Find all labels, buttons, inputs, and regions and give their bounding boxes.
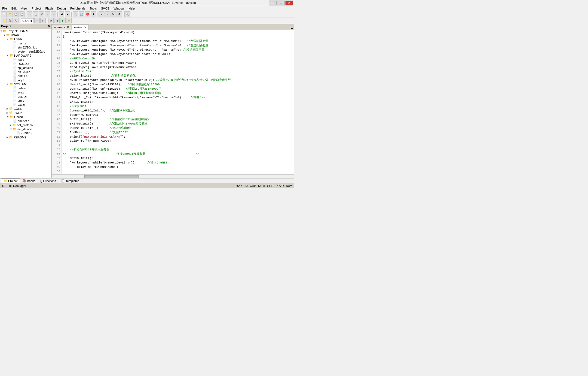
tree-item[interactable]: 📄system_stm32f10x.c [0,49,51,53]
tree-item[interactable]: ▼📂USART [0,33,51,37]
tree-item[interactable]: 📄RC522.c [0,62,51,66]
tree-item[interactable]: ▼📂OneNET [0,115,51,119]
code-line: Usart2_Init("kw-num">115200); //串口2，驱动SI… [63,87,293,91]
horizontal-scrollbar[interactable] [52,174,294,178]
cut-btn[interactable]: ✂ [27,11,32,17]
menu-item-help[interactable]: Help [127,7,136,10]
tree-item[interactable]: 📄stm32f10x_it.c [0,45,51,49]
redo-btn[interactable]: ↪ [51,11,56,17]
debug-btn[interactable]: ● [99,11,104,17]
tab-close-btn[interactable]: ✕ [67,26,69,29]
zoom-btn[interactable]: 🔍 [124,11,130,17]
restore-button[interactable]: ❐ [277,1,285,5]
back-btn[interactable]: ◀ [59,11,64,17]
settings-btn[interactable]: ⚙ [48,18,54,23]
copy-btn[interactable]: 📋 [33,11,38,17]
paste-btn[interactable]: 📌 [39,11,44,17]
menu-item-flash[interactable]: Flash [44,7,54,10]
code-editor: 2829303132333435363738394041424344454647… [52,30,294,174]
usart-check-btn[interactable]: ✔ [34,18,40,23]
minimize-button[interactable]: — [269,1,277,5]
menu-item-peripherals[interactable]: Peripherals [69,7,87,10]
bottom-tab-project[interactable]: 📁Project [1,178,20,183]
project-panel-header: Project ✕ [0,24,51,29]
tree-expand-arrow: ▼ [10,128,12,131]
line-number: 29 [53,35,60,39]
open-btn[interactable]: 📂 [7,11,13,17]
menu-item-edit[interactable]: Edit [10,7,18,10]
tree-label: onenet.c [18,119,29,123]
menu-item-tools[interactable]: Tools [89,7,98,10]
run-btn[interactable]: ○ [105,11,110,17]
fn-btn[interactable]: 🔧 [13,18,19,23]
tab-scroll-right[interactable]: ▶ [290,27,294,30]
bk-btn[interactable]: 📚 [7,18,13,23]
star-btn[interactable]: ★ [66,18,72,23]
usart-selector[interactable]: USART [21,18,34,23]
tree-item[interactable]: ▶📁CORE [0,107,51,111]
tree-item[interactable]: ▼📂SYSTEM [0,82,51,86]
tree-item[interactable]: 📄tim.c [0,98,51,102]
menu-item-project[interactable]: Project [30,7,42,10]
tree-item[interactable]: 📄key.c [0,78,51,82]
build-btn[interactable]: 🔨 [73,11,78,17]
folder-icon: 📁 [9,107,13,110]
line-number: 59 [53,165,60,169]
save-btn[interactable]: 💾 [13,11,19,17]
menu-item-file[interactable]: File [1,7,8,10]
tree-item[interactable]: 📄spi_driver.c [0,66,51,70]
menu-item-svcs[interactable]: SVCS [100,7,110,10]
cfg-btn[interactable]: ⚙ [117,11,122,17]
proj-btn[interactable]: 📁 [1,18,7,23]
line-number: 39 [53,78,60,83]
tree-item[interactable]: 📄sys.c [0,90,51,94]
new-btn[interactable]: 📄 [1,11,7,17]
next-btn[interactable]: ▶ [60,18,66,23]
undo-btn[interactable]: ↩ [45,11,50,17]
menu-item-window[interactable]: Window [112,7,125,10]
tree-item[interactable]: 📄onenet.c [0,119,51,123]
project-close-btn[interactable]: ✕ [48,25,50,28]
usart-x-btn[interactable]: ✘ [40,18,46,23]
tree-item[interactable]: ▶📁net_protocol [0,123,51,127]
tree-item[interactable]: ▼📂USER [0,37,51,41]
stop-btn[interactable]: ⛔ [85,11,90,17]
file-icon: 📄 [13,58,17,61]
tree-item[interactable]: ▶📁README [0,135,51,139]
tree-item[interactable]: 📄usart.c [0,94,51,98]
line-number: 53 [53,139,60,143]
tree-item[interactable]: ▼📂net_device [0,127,51,131]
save-all-btn[interactable]: 💾 [19,11,24,17]
tree-item[interactable]: 📄m5310.c [0,131,51,135]
code-content[interactable]: "kw-keyword">int main("kw-keyword">void)… [62,30,294,174]
editor-tab[interactable]: main.c✕ [72,25,88,30]
tree-item[interactable]: 📄bh1750.c [0,70,51,74]
bottom-tab-templates[interactable]: 📋Templates [59,178,82,183]
fwd-btn[interactable]: ▶ [65,11,70,17]
tree-item[interactable]: 📄main.c [0,41,51,45]
tree-item[interactable]: 📄led.c [0,57,51,62]
close-button[interactable]: ✕ [285,1,293,5]
menu-item-view[interactable]: View [20,7,29,10]
editor-tab[interactable]: onenet.c✕ [52,24,71,30]
tree-expand-arrow: ▼ [7,116,9,118]
tree-item[interactable]: ▼📂HARDWARE [0,53,51,57]
line-number: 58 [53,161,60,165]
tree-item[interactable]: ▶📁FWLib [0,111,51,115]
tab-close-btn[interactable]: ✕ [84,26,86,29]
reset-btn[interactable]: ↻ [111,11,116,17]
menu-item-debug[interactable]: Debug [56,7,67,10]
bottom-tab-functions[interactable]: {}Functions [38,178,59,183]
tree-item[interactable]: 📄dht11.c [0,74,51,78]
tree-item[interactable]: ▼📂Project: USART [0,29,51,33]
hscroll-thumb[interactable] [84,175,139,178]
tree-item[interactable]: 📄exti.c [0,102,51,107]
bottom-tab-label: Project [8,179,17,183]
bottom-tab-books[interactable]: 📚Books [20,178,38,183]
tree-label: OneNET [14,115,26,119]
tree-item[interactable]: 📄delay.c [0,86,51,90]
download-btn[interactable]: ⬇ [91,11,96,17]
window-controls[interactable]: — ❐ ✕ [269,1,293,5]
rebuild-btn[interactable]: 🔄 [79,11,84,17]
prev-btn[interactable]: ◀ [54,18,60,23]
